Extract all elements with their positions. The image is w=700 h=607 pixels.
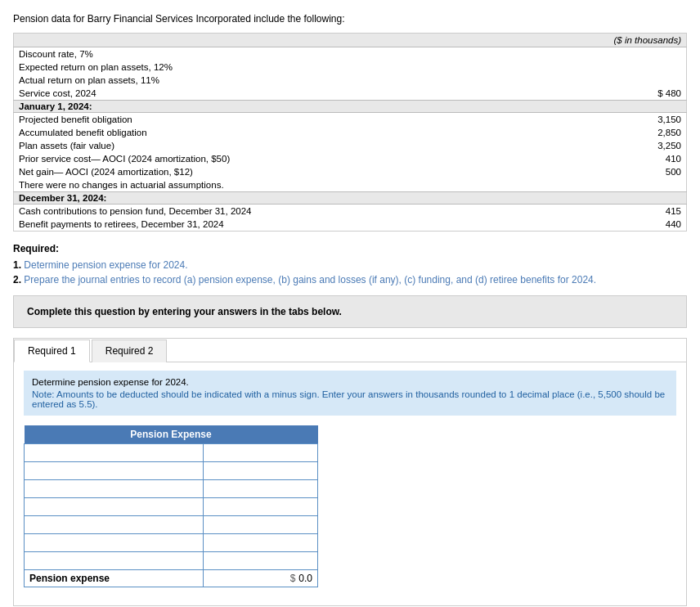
pension-row-4 bbox=[25, 498, 318, 516]
pension-row-7-value[interactable] bbox=[204, 552, 318, 570]
row-prior-service-cost: Prior service cost— AOCI (2024 amortizat… bbox=[14, 152, 485, 165]
pension-row-3 bbox=[25, 480, 318, 498]
note-box: Determine pension expense for 2024. Note… bbox=[24, 371, 676, 416]
pension-row-5-label bbox=[25, 516, 204, 534]
row-cash-contributions-value: 415 bbox=[485, 205, 687, 218]
pension-row-5-value[interactable] bbox=[204, 516, 318, 534]
row-benefit-payments-value: 440 bbox=[485, 218, 687, 232]
pension-row-1-value[interactable] bbox=[204, 444, 318, 462]
row-benefit-payments: Benefit payments to retirees, December 3… bbox=[14, 218, 485, 232]
row-discount-rate: Discount rate, 7% bbox=[14, 47, 485, 61]
pension-row-6-value[interactable] bbox=[204, 534, 318, 552]
complete-box: Complete this question by entering your … bbox=[13, 295, 687, 328]
row-no-changes: There were no changes in actuarial assum… bbox=[14, 178, 485, 192]
row-dec-header: December 31, 2024: bbox=[14, 192, 687, 205]
row-abo-value: 2,850 bbox=[485, 126, 687, 139]
pension-row-2-value[interactable] bbox=[204, 462, 318, 480]
pension-input-2[interactable] bbox=[209, 465, 312, 477]
row-expected-return: Expected return on plan assets, 12% bbox=[14, 61, 485, 74]
pension-row-3-label bbox=[25, 480, 204, 498]
row-no-changes-value bbox=[485, 178, 687, 192]
tab-content-required-1: Determine pension expense for 2024. Note… bbox=[14, 362, 686, 605]
row-pbo: Projected benefit obligation bbox=[14, 113, 485, 127]
note-main-text: Determine pension expense for 2024. bbox=[32, 377, 668, 387]
required-item-1-number: 1. bbox=[13, 259, 21, 271]
row-actual-return: Actual return on plan assets, 11% bbox=[14, 74, 485, 87]
pension-row-1 bbox=[25, 444, 318, 462]
pension-row-6-label bbox=[25, 534, 204, 552]
pension-row-2 bbox=[25, 462, 318, 480]
intro-text: Pension data for Barry Financial Service… bbox=[13, 13, 687, 25]
required-item-2: 2. Prepare the journal entries to record… bbox=[13, 274, 687, 286]
pension-expense-total: $ 0.0 bbox=[204, 570, 318, 587]
tab-required-1[interactable]: Required 1 bbox=[14, 339, 90, 362]
pension-table-header: Pension Expense bbox=[25, 425, 318, 444]
pension-row-3-value[interactable] bbox=[204, 480, 318, 498]
row-prior-service-cost-value: 410 bbox=[485, 152, 687, 165]
row-expected-return-value bbox=[485, 61, 687, 74]
pension-footer-row: Pension expense $ 0.0 bbox=[25, 570, 318, 587]
tabs-container: Required 1 Required 2 Determine pension … bbox=[13, 338, 687, 606]
required-section: Required: 1. Determine pension expense f… bbox=[13, 243, 687, 286]
pension-input-6[interactable] bbox=[209, 537, 312, 549]
pension-input-4[interactable] bbox=[209, 501, 312, 513]
pension-expense-label: Pension expense bbox=[25, 570, 204, 587]
pension-row-2-label bbox=[25, 462, 204, 480]
row-actual-return-value bbox=[485, 74, 687, 87]
row-jan-header: January 1, 2024: bbox=[14, 101, 687, 113]
row-plan-assets: Plan assets (fair value) bbox=[14, 139, 485, 152]
row-plan-assets-value: 3,250 bbox=[485, 139, 687, 152]
pension-input-5[interactable] bbox=[209, 519, 312, 531]
tab-required-2[interactable]: Required 2 bbox=[92, 339, 168, 362]
required-item-1-link[interactable]: Determine pension expense for 2024. bbox=[24, 259, 187, 271]
row-pbo-value: 3,150 bbox=[485, 113, 687, 127]
pension-expense-value: 0.0 bbox=[298, 573, 312, 584]
pension-row-6 bbox=[25, 534, 318, 552]
row-net-gain-value: 500 bbox=[485, 165, 687, 178]
pension-row-7 bbox=[25, 552, 318, 570]
pension-input-7[interactable] bbox=[209, 555, 312, 567]
note-detail-text: Note: Amounts to be deducted should be i… bbox=[32, 389, 668, 409]
pension-input-1[interactable] bbox=[209, 447, 312, 459]
pension-row-7-label bbox=[25, 552, 204, 570]
required-title: Required: bbox=[13, 243, 687, 254]
required-item-2-number: 2. bbox=[13, 274, 21, 286]
row-discount-rate-value bbox=[485, 47, 687, 61]
row-net-gain: Net gain— AOCI (2024 amortization, $12) bbox=[14, 165, 485, 178]
dollar-sign: $ bbox=[290, 573, 296, 584]
row-cash-contributions: Cash contributions to pension fund, Dece… bbox=[14, 205, 485, 218]
row-service-cost-value: $ 480 bbox=[485, 87, 687, 101]
pension-expense-table: Pension Expense bbox=[24, 425, 318, 587]
row-service-cost: Service cost, 2024 bbox=[14, 87, 485, 101]
pension-row-1-label bbox=[25, 444, 204, 462]
pension-row-4-label bbox=[25, 498, 204, 516]
required-item-2-link[interactable]: Prepare the journal entries to record (a… bbox=[24, 274, 596, 286]
required-item-1: 1. Determine pension expense for 2024. bbox=[13, 259, 687, 271]
pension-row-4-value[interactable] bbox=[204, 498, 318, 516]
table-header-currency: ($ in thousands) bbox=[485, 34, 687, 47]
pension-input-3[interactable] bbox=[209, 483, 312, 495]
tabs-header: Required 1 Required 2 bbox=[14, 339, 686, 362]
row-abo: Accumulated benefit obligation bbox=[14, 126, 485, 139]
data-table: ($ in thousands) Discount rate, 7% Expec… bbox=[13, 33, 687, 232]
pension-row-5 bbox=[25, 516, 318, 534]
